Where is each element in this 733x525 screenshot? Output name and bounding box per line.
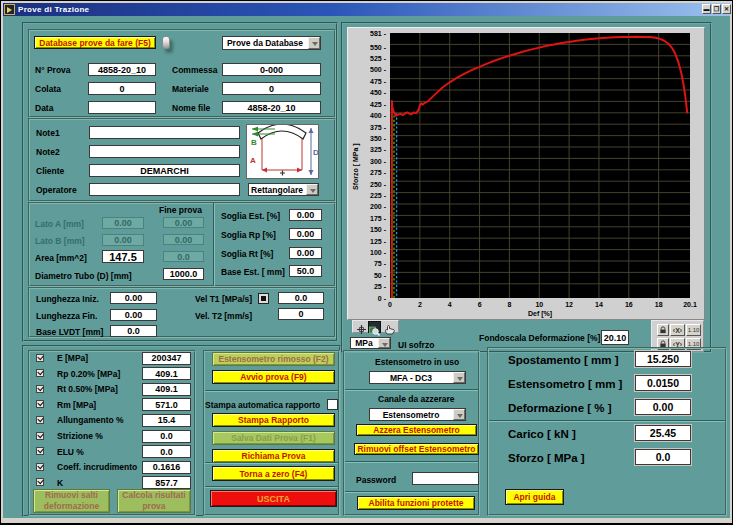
svg-text:A: A bbox=[250, 156, 256, 165]
svg-text:B: B bbox=[251, 138, 257, 147]
svg-text:D: D bbox=[313, 148, 318, 157]
